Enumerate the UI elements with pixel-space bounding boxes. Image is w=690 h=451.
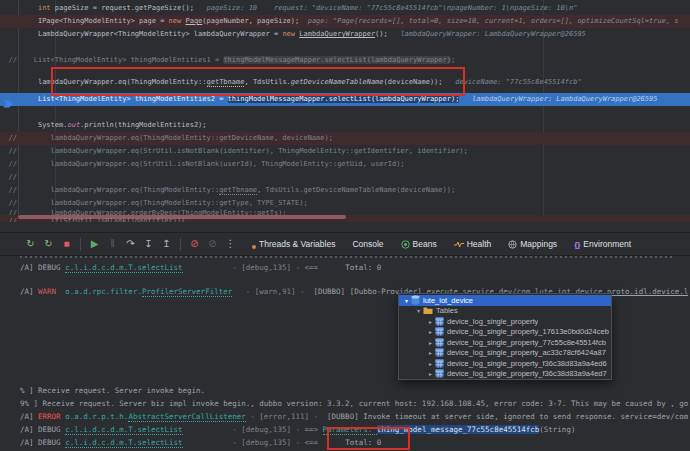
code-segment: th xyxy=(657,95,690,103)
chevron-down-icon[interactable]: ▾ xyxy=(402,297,411,304)
tree-row-label: device_log_single_property_17613e0bd0d24… xyxy=(447,327,609,336)
code-line[interactable]: IPage<ThingModelEntity> page = new Page(… xyxy=(0,15,690,28)
log-segment: /A] xyxy=(20,412,38,421)
beans-icon xyxy=(401,240,410,249)
tree-row-device_log_single_property_f36c38d83a9a4ed7[interactable]: ▸device_log_single_property_f36c38d83a9a… xyxy=(399,369,611,380)
step-over-icon[interactable]: ↷ xyxy=(124,234,137,254)
log-segment: Total: 0 xyxy=(345,438,381,447)
tree-row-lute_iot_device[interactable]: ▾lute_iot_device xyxy=(399,295,611,306)
log-segment: c.l.i.d.c.d.m.T.selectList xyxy=(65,263,182,273)
more-options-icon[interactable]: ⋮ xyxy=(224,234,237,254)
code-segment: thingModelMessageMapper.selectList(lambd… xyxy=(223,56,451,64)
code-line[interactable]: // lambdaQueryWrapper.eq(ThingModelEntit… xyxy=(0,184,690,197)
code-line[interactable]: List<ThingModelEntity> thingModelEntitie… xyxy=(0,93,690,106)
rerun-debug-icon[interactable]: ↻ xyxy=(42,234,55,254)
tree-row-Tables[interactable]: ▾Tables xyxy=(399,306,611,317)
code-segment: lambdaQueryWrapper.eq(StrUtil.isNotBlank… xyxy=(51,160,405,168)
chevron-right-icon[interactable]: ▸ xyxy=(426,349,435,356)
chevron-right-icon[interactable]: ▸ xyxy=(426,328,435,335)
code-segment: lambdaQueryWrapper.eq(ThingModelEntity:: xyxy=(38,78,207,86)
database-icon xyxy=(411,295,420,305)
code-segment: getDeviceNameTableName xyxy=(291,78,384,86)
code-line[interactable]: // lambdaQueryWrapper.eq(ThingModelEntit… xyxy=(0,132,690,145)
tab-label: Environment xyxy=(583,239,631,249)
log-segment: /A] xyxy=(20,438,38,447)
log-segment: - [warn,91] - xyxy=(232,287,313,296)
tree-row-device_log_single_property_77c55c8e45514fcb[interactable]: ▸device_log_single_property_77c55c8e4551… xyxy=(399,337,611,348)
code-segment: List<ThingModelEntity> thingModelEntitie… xyxy=(34,56,224,64)
console-log-line: /A] DEBUG c.l.i.d.c.d.m.T.selectList - [… xyxy=(20,424,688,436)
toolbar-separator xyxy=(180,238,181,251)
tree-row-device_log_single_property[interactable]: ▸device_log_single_property xyxy=(399,316,611,327)
tab-mappings[interactable]: Mappings xyxy=(508,239,557,249)
mute-breakpoints-icon[interactable]: ⊘ xyxy=(188,234,201,254)
table-icon xyxy=(435,369,444,378)
code-segment: // xyxy=(0,173,17,181)
folder-icon xyxy=(423,306,433,315)
tree-row-label: device_log_single_property xyxy=(447,317,538,326)
code-segment: // xyxy=(0,56,34,64)
code-segment: Page xyxy=(185,17,202,25)
log-segment: % ] Receive request. Server invoke begin… xyxy=(20,386,205,395)
resume-icon[interactable]: ▶ xyxy=(88,234,101,254)
log-segment: [DUBBO] Invoke timeout at server side, i… xyxy=(327,412,688,421)
code-line[interactable]: LambdaQueryWrapper<ThingModelEntity> lam… xyxy=(0,28,690,41)
code-line[interactable]: int pageSize = request.getPageSize(); pa… xyxy=(0,2,690,15)
tree-row-device_log_single_property_ac33c78cf6424a87[interactable]: ▸device_log_single_property_ac33c78cf642… xyxy=(399,348,611,359)
code-segment xyxy=(0,17,38,25)
tab-label: Beans xyxy=(413,239,437,249)
code-segment: TdsUtils. xyxy=(253,78,291,86)
code-segment: getTbname xyxy=(207,78,245,87)
editor-horizontal-scrollbar[interactable] xyxy=(18,215,346,219)
chevron-right-icon[interactable]: ▸ xyxy=(426,360,435,367)
log-segment: Total: 0 xyxy=(345,263,381,272)
log-segment: o.a.d.rpc.filter. xyxy=(65,287,142,296)
code-line[interactable]: System.out.println(thingModelEntities2); xyxy=(0,119,690,132)
code-segment: , xyxy=(244,78,252,86)
code-segment: (pageNumber, pageSize); xyxy=(202,17,307,25)
rerun-icon[interactable]: ↻ xyxy=(24,234,37,254)
code-line[interactable]: // lambdaQueryWrapper.eq(StrUtil.isNotBl… xyxy=(0,158,690,171)
code-segment: thingModelMessageMapper.selectList(lambd… xyxy=(228,95,460,103)
tab-health[interactable]: Health xyxy=(454,239,492,249)
code-line[interactable]: // List<ThingModelEntity> thingModelEnti… xyxy=(0,54,690,67)
ide-window: int pageSize = request.getPageSize(); pa… xyxy=(0,0,690,451)
tab-label: Mappings xyxy=(520,239,557,249)
table-icon xyxy=(435,359,444,368)
step-into-icon[interactable]: ↧ xyxy=(142,234,155,254)
chevron-right-icon[interactable]: ▸ xyxy=(426,370,435,377)
code-segment: getTbname xyxy=(219,186,257,195)
environment-icon: {} xyxy=(574,240,580,249)
code-segment: ; xyxy=(451,56,455,64)
code-segment: lambdaQueryWrapper.eq(StrUtil.isNotBlank… xyxy=(51,147,468,155)
chevron-right-icon[interactable]: ▸ xyxy=(426,339,435,346)
log-segment: DEBUG xyxy=(38,263,65,272)
clipped-log-line xyxy=(20,256,675,258)
log-segment: AbstractServerCallListener xyxy=(128,412,245,422)
tab-threads-variables[interactable]: Threads & Variables xyxy=(252,239,335,249)
tab-console[interactable]: Console xyxy=(352,239,383,249)
tab-beans[interactable]: Beans xyxy=(401,239,437,249)
log-segment: c.l.i.d.c.d.m.T.selectList xyxy=(65,438,182,448)
tree-row-label: device_log_single_property_ac33c78cf6424… xyxy=(447,348,606,357)
tab-environment[interactable]: {}Environment xyxy=(574,239,631,249)
code-segment: .println(thingModelEntities2); xyxy=(80,121,206,129)
chevron-down-icon[interactable]: ▾ xyxy=(414,307,423,314)
view-breakpoints-icon[interactable]: ⊘ xyxy=(206,234,219,254)
stop-icon[interactable]: ■ xyxy=(60,234,73,254)
chevron-right-icon[interactable]: ▸ xyxy=(426,318,435,325)
console-log-line: % ] Receive request. Server invoke begin… xyxy=(20,385,688,397)
code-segment: // xyxy=(0,160,51,168)
code-line[interactable]: // xyxy=(0,171,690,184)
code-line[interactable]: // lambdaQueryWrapper.eq(StrUtil.isNotBl… xyxy=(0,145,690,158)
tree-row-label: device_log_single_property_f36c38d83a9a4… xyxy=(447,359,607,368)
tree-row-device_log_single_property_f36c38d83a9a4ed6[interactable]: ▸device_log_single_property_f36c38d83a9a… xyxy=(399,358,611,369)
log-segment: DEBUG xyxy=(38,438,65,447)
pause-icon[interactable]: ‖ xyxy=(106,234,119,254)
code-editor[interactable]: int pageSize = request.getPageSize(); pa… xyxy=(0,0,690,222)
code-line[interactable]: lambdaQueryWrapper.eq(ThingModelEntity::… xyxy=(0,76,690,89)
tree-row-device_log_single_property_17613e0bd0d24ceb[interactable]: ▸device_log_single_property_17613e0bd0d2… xyxy=(399,327,611,338)
console-log-line: /A] DEBUG c.l.i.d.c.d.m.T.selectList - [… xyxy=(20,437,688,449)
code-segment: (deviceName)); xyxy=(384,78,456,86)
step-out-icon[interactable]: ↥ xyxy=(160,234,173,254)
